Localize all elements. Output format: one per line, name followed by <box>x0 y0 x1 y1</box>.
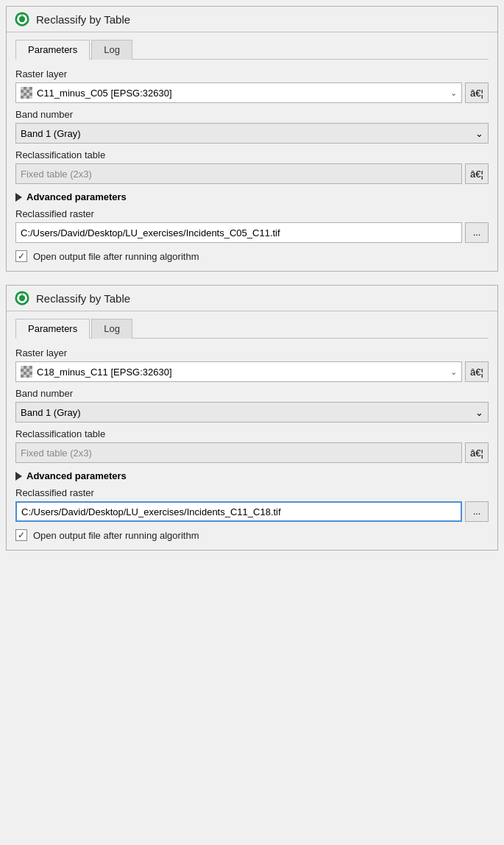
chevron-down-band-icon-2: ⌄ <box>475 407 483 418</box>
checkmark-icon-1: ✓ <box>18 251 25 261</box>
checkmark-icon-2: ✓ <box>18 530 25 540</box>
raster-thumb-icon-1 <box>21 87 32 99</box>
raster-layer-dropdown-1[interactable]: C11_minus_C05 [EPSG:32630] ⌄ <box>15 82 462 103</box>
qgis-logo-icon <box>14 11 30 27</box>
reclassified-label-2: Reclassified raster <box>15 487 489 498</box>
reclass-table-row-1: Fixed table (2x3) â€¦ <box>15 163 489 184</box>
band-number-dropdown-2[interactable]: Band 1 (Gray) ⌄ <box>15 402 489 422</box>
panel1-title: Reclassify by Table <box>36 13 130 26</box>
raster-layer-label-2: Raster layer <box>15 347 489 358</box>
output-browse-btn-2[interactable]: ... <box>465 501 489 522</box>
output-path-row-1: C:/Users/David/Desktop/LU_exercises/Inci… <box>15 222 489 243</box>
advanced-params-row-2[interactable]: Advanced parameters <box>15 470 489 481</box>
panel1-body: Parameters Log Raster layer C11_minus_C0… <box>7 32 497 271</box>
raster-ellipsis-btn-2[interactable]: â€¦ <box>465 361 489 382</box>
raster-thumb-icon-2 <box>21 366 32 378</box>
raster-ellipsis-btn-1[interactable]: â€¦ <box>465 82 489 103</box>
reclass-table-label-2: Reclassification table <box>15 428 489 439</box>
chevron-down-band-icon-1: ⌄ <box>475 128 483 139</box>
chevron-down-icon-1: ⌄ <box>450 88 457 98</box>
dialog-panel-2: Reclassify by Table Parameters Log Raste… <box>6 285 498 551</box>
tab-parameters-2[interactable]: Parameters <box>15 319 90 339</box>
titlebar-2: Reclassify by Table <box>7 286 497 311</box>
band-number-label-2: Band number <box>15 388 489 399</box>
triangle-right-icon-2 <box>15 472 22 481</box>
panel1-tabs: Parameters Log <box>15 40 489 60</box>
checkbox-label-1: Open output file after running algorithm <box>33 251 199 262</box>
tab-log-2[interactable]: Log <box>91 319 132 339</box>
advanced-params-row-1[interactable]: Advanced parameters <box>15 191 489 202</box>
panel2-body: Parameters Log Raster layer C18_minus_C1… <box>7 311 497 550</box>
band-number-label-1: Band number <box>15 109 489 120</box>
raster-layer-value-1: C11_minus_C05 [EPSG:32630] <box>21 87 172 99</box>
open-output-checkbox-2[interactable]: ✓ <box>15 529 27 541</box>
dialog-panel-1: Reclassify by Table Parameters Log Raste… <box>6 6 498 272</box>
raster-layer-row-2: C18_minus_C11 [EPSG:32630] ⌄ â€¦ <box>15 361 489 382</box>
tab-parameters-1[interactable]: Parameters <box>15 40 90 60</box>
reclass-ellipsis-btn-1[interactable]: â€¦ <box>465 163 489 184</box>
advanced-label-1: Advanced parameters <box>26 191 127 202</box>
reclass-table-row-2: Fixed table (2x3) â€¦ <box>15 442 489 463</box>
raster-layer-dropdown-2[interactable]: C18_minus_C11 [EPSG:32630] ⌄ <box>15 361 462 382</box>
raster-layer-row-1: C11_minus_C05 [EPSG:32630] ⌄ â€¦ <box>15 82 489 103</box>
chevron-down-icon-2: ⌄ <box>450 367 457 377</box>
reclass-ellipsis-btn-2[interactable]: â€¦ <box>465 442 489 463</box>
panel2-tabs: Parameters Log <box>15 319 489 339</box>
triangle-right-icon-1 <box>15 193 22 202</box>
panel2-title: Reclassify by Table <box>36 292 130 305</box>
reclass-table-input-2[interactable]: Fixed table (2x3) <box>15 442 462 463</box>
tab-log-1[interactable]: Log <box>91 40 132 60</box>
output-browse-btn-1[interactable]: ... <box>465 222 489 243</box>
reclass-table-label-1: Reclassification table <box>15 149 489 160</box>
band-number-dropdown-1[interactable]: Band 1 (Gray) ⌄ <box>15 123 489 144</box>
raster-layer-label-1: Raster layer <box>15 68 489 79</box>
output-path-row-2: C:/Users/David/Desktop/LU_exercises/Inci… <box>15 501 489 522</box>
raster-layer-value-2: C18_minus_C11 [EPSG:32630] <box>21 366 172 378</box>
checkbox-label-2: Open output file after running algorithm <box>33 530 199 541</box>
reclassified-label-1: Reclassified raster <box>15 208 489 219</box>
advanced-label-2: Advanced parameters <box>26 470 127 481</box>
output-path-input-2[interactable]: C:/Users/David/Desktop/LU_exercises/Inci… <box>15 501 462 522</box>
titlebar-1: Reclassify by Table <box>7 7 497 32</box>
qgis-logo-icon-2 <box>14 290 30 306</box>
reclass-table-input-1[interactable]: Fixed table (2x3) <box>15 163 462 184</box>
checkbox-row-1: ✓ Open output file after running algorit… <box>15 250 489 262</box>
open-output-checkbox-1[interactable]: ✓ <box>15 250 27 262</box>
checkbox-row-2: ✓ Open output file after running algorit… <box>15 529 489 541</box>
output-path-input-1[interactable]: C:/Users/David/Desktop/LU_exercises/Inci… <box>15 222 462 243</box>
